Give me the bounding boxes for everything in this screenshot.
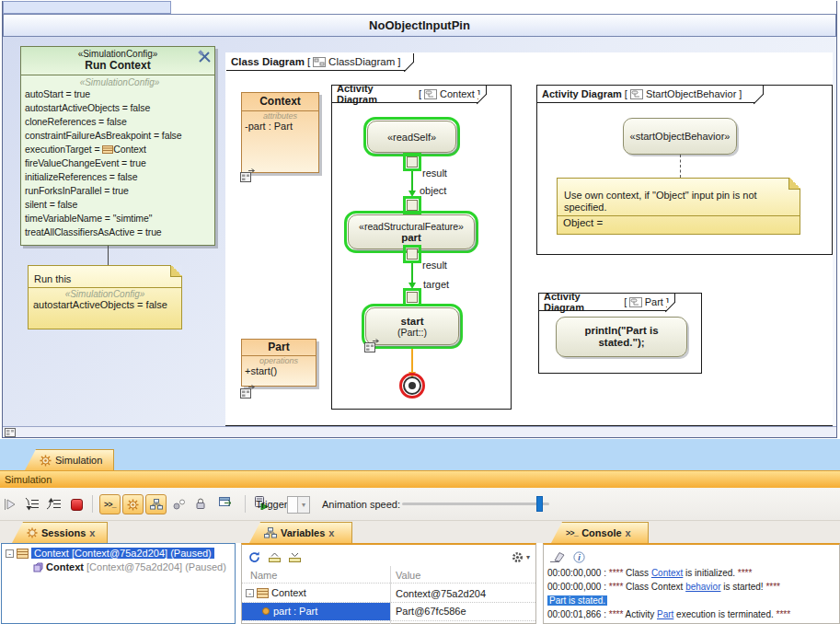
animation-speed-thumb[interactable]	[536, 496, 543, 512]
session-label[interactable]: Context [Context@75a2d204] (Paused)	[31, 548, 214, 559]
instance-icon	[257, 588, 269, 598]
class-diagram-frame-header[interactable]: Class Diagram [ ClassDiagram ]	[226, 53, 414, 71]
column-header-value[interactable]: Value	[396, 570, 420, 581]
toggle-console-button[interactable]: >>_	[99, 494, 121, 514]
diagram-scroll-strip[interactable]	[3, 426, 836, 437]
run-button[interactable]	[4, 498, 17, 511]
behavior-note[interactable]: Use own context, if "Object" input pin i…	[557, 178, 800, 235]
trigger-select[interactable]: ▾	[287, 496, 310, 514]
target-input-pin[interactable]	[407, 292, 418, 303]
activity-part-frame-header[interactable]: Activity Diagram [ Part ]	[539, 294, 675, 311]
note-text: Use own context, if "Object" input pin i…	[558, 179, 800, 215]
column-divider[interactable]	[390, 566, 391, 624]
tab-variables[interactable]: Variables x	[249, 522, 352, 543]
chevron-down-icon: ▾	[298, 497, 309, 513]
toggle-variables-button[interactable]	[145, 494, 167, 514]
close-icon[interactable]: x	[626, 527, 631, 538]
session-row-root[interactable]: - Context [Context@75a2d204] (Paused)	[2, 544, 235, 559]
console-panel: i 00:00:00,000 : **** Class Context is i…	[543, 543, 840, 624]
sessions-panel: - Context [Context@75a2d204] (Paused) Co…	[1, 543, 236, 624]
note-fold	[788, 178, 800, 190]
panel-header-label: Simulation	[5, 474, 52, 485]
config-property: silent = false	[25, 198, 214, 212]
close-icon[interactable]: x	[328, 527, 334, 538]
trigger-label: Trigger:	[256, 499, 291, 510]
tree-expander[interactable]: -	[246, 589, 254, 597]
refresh-icon[interactable]	[248, 551, 260, 563]
console-link[interactable]: Context	[651, 568, 683, 578]
run-this-note[interactable]: Run this «SimulationConfig» autostartAct…	[28, 265, 182, 329]
related-diagram-icon[interactable]	[364, 339, 380, 352]
animation-speed-slider[interactable]	[402, 503, 549, 505]
row-divider	[242, 583, 535, 584]
start-object-behavior-action[interactable]: «startObjectBehavior»	[623, 118, 737, 155]
lock-button[interactable]	[195, 497, 206, 510]
context-class[interactable]: Context attributes -part : Part	[241, 92, 319, 173]
config-property-execution-target: executionTarget = Context	[25, 143, 214, 156]
console-link[interactable]: behavior	[685, 582, 720, 592]
animation-speed-label: Animation speed:	[322, 499, 400, 510]
action-qualifier: (Part::)	[397, 327, 427, 338]
open-in-window-button[interactable]	[219, 497, 234, 509]
diagram-window-tab[interactable]	[3, 1, 171, 14]
step-over-button[interactable]	[46, 498, 62, 511]
console-line: 00:00:00,000 : **** Class Context behavi…	[547, 582, 780, 592]
variables-tree-icon	[150, 499, 163, 510]
collapse-down-icon[interactable]	[289, 551, 301, 562]
console-toolbar: i	[544, 545, 839, 565]
tab-console[interactable]: >>_ Console x	[551, 522, 649, 543]
class-attribute: -part : Part	[242, 121, 318, 132]
related-diagram-icon[interactable]	[240, 168, 256, 182]
diagram-title: NoObjectInputPin	[369, 18, 470, 32]
simulation-tab-band	[0, 439, 840, 470]
result-output-pin[interactable]	[407, 248, 418, 260]
tools-icon	[198, 50, 212, 64]
variable-row-selected[interactable]: part : Part	[242, 603, 390, 620]
object-input-pin[interactable]	[407, 200, 418, 211]
tab-label: Simulation	[55, 455, 102, 466]
row-divider	[242, 620, 535, 621]
session-row-child[interactable]: Context [Context@75a2d204] (Paused)	[2, 559, 235, 572]
related-diagram-icon[interactable]	[240, 385, 256, 399]
println-action[interactable]: println("Part is stated.");	[556, 317, 687, 357]
tab-sessions[interactable]: Sessions x	[12, 522, 108, 543]
info-icon[interactable]: i	[573, 551, 585, 563]
frame-kind-label: Activity Diagram	[544, 291, 621, 313]
config-body-stereotype: «SimulationConfig»	[25, 77, 214, 87]
action-label: «startObjectBehavior»	[630, 131, 731, 142]
terminate-button[interactable]	[71, 499, 83, 511]
toggle-animation-button[interactable]	[122, 494, 144, 514]
object-flow-edge[interactable]	[411, 263, 413, 283]
pin-label: object	[420, 185, 446, 196]
console-link[interactable]: Part	[657, 609, 673, 619]
step-into-button[interactable]	[24, 498, 40, 511]
note-stereotype: «SimulationConfig»	[29, 288, 181, 299]
read-self-action[interactable]: «readSelf»	[367, 121, 456, 153]
console-line: Part is stated.	[547, 595, 607, 606]
collapse-up-icon[interactable]	[269, 551, 281, 562]
tree-expander[interactable]: -	[6, 549, 14, 558]
tab-label: Sessions	[41, 527, 86, 538]
activity-sob-frame-header[interactable]: Activity Diagram [ StartObjectBehavior ]	[537, 86, 764, 103]
simulation-config-node[interactable]: «SimulationConfig» Run Context «Simulati…	[20, 46, 215, 246]
diagram-title-bar[interactable]: NoObjectInputPin	[3, 14, 836, 37]
variable-row[interactable]: - Context	[246, 587, 306, 598]
activity-context-frame-header[interactable]: Activity Diagram [ Context ]	[332, 86, 487, 103]
tab-simulation[interactable]: Simulation	[25, 449, 114, 470]
part-class[interactable]: Part operations +start()	[241, 339, 316, 387]
clear-console-icon[interactable]	[550, 551, 565, 562]
note-title: Run this	[29, 266, 181, 287]
simulation-icon	[40, 455, 52, 467]
variable-value[interactable]: Context@75a2d204	[396, 588, 486, 599]
breakpoints-button[interactable]	[173, 499, 186, 510]
variable-name: Context	[271, 587, 306, 598]
control-flow-edge[interactable]	[411, 349, 413, 374]
variable-value[interactable]: Part@67fc586e	[396, 606, 466, 617]
variables-options-button[interactable]: ▾	[512, 551, 530, 563]
console-output-highlighted[interactable]: Part is stated.	[547, 595, 607, 606]
object-flow-edge[interactable]	[411, 171, 413, 191]
console-icon: >>_	[104, 500, 116, 509]
column-header-name[interactable]: Name	[250, 570, 277, 581]
result-output-pin[interactable]	[407, 156, 418, 168]
close-icon[interactable]: x	[89, 527, 95, 538]
